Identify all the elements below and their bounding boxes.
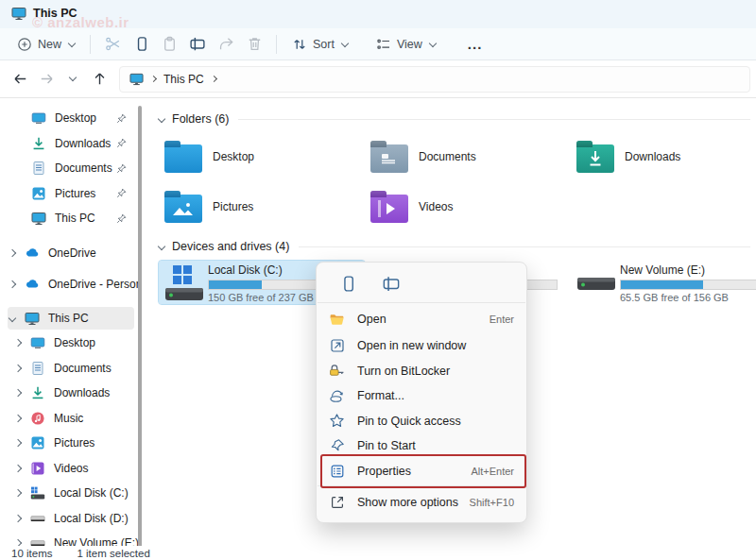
new-label: New: [38, 38, 61, 51]
this-pc-monitor-icon: [11, 6, 26, 21]
paste-button[interactable]: [155, 32, 183, 57]
drive-c-icon: [30, 485, 45, 501]
folder-tile-videos[interactable]: Videos: [365, 186, 571, 228]
menu-item-open-new-window[interactable]: Open in new window: [317, 333, 526, 359]
sidebar-item-pc-desktop[interactable]: Desktop: [0, 331, 142, 356]
chevron-down-icon: [158, 243, 165, 250]
divider: [238, 119, 750, 120]
menu-item-properties[interactable]: Properties Alt+Enter: [317, 459, 526, 484]
forward-button[interactable]: [34, 67, 59, 92]
divider: [90, 35, 91, 54]
navigation-bar: This PC: [0, 60, 756, 98]
folders-section-title: Folders (6): [172, 112, 229, 126]
title-bar: This PC © anzalweb.ir: [0, 0, 756, 28]
divider: [299, 246, 750, 247]
sidebar-item-desktop[interactable]: Desktop: [0, 106, 142, 131]
pin-icon: [116, 138, 127, 148]
bitlocker-lock-icon: [329, 363, 345, 379]
pin-icon: [116, 113, 127, 124]
folder-tile-desktop[interactable]: Desktop: [159, 136, 365, 178]
new-button[interactable]: New: [9, 33, 82, 56]
view-button[interactable]: View: [369, 33, 443, 56]
document-icon: [30, 361, 45, 376]
folder-tile-pictures[interactable]: Pictures: [159, 186, 365, 228]
desktop-icon: [31, 110, 46, 126]
document-icon: [31, 161, 46, 176]
menu-separator: [318, 485, 525, 486]
drive-tile-new-volume-e[interactable]: New Volume (E:) 65.5 GB free of 156 GB: [571, 261, 756, 304]
sidebar-item-downloads[interactable]: Downloads: [0, 131, 142, 157]
folders-section-header[interactable]: Folders (6): [159, 110, 750, 128]
sidebar-item-pictures[interactable]: Pictures: [0, 181, 142, 207]
copy-button[interactable]: [127, 32, 155, 57]
onedrive-cloud-icon: [25, 277, 40, 292]
chevron-down-icon: [9, 314, 16, 322]
menu-item-format[interactable]: Format...: [317, 383, 526, 409]
menu-item-pin-to-start[interactable]: Pin to Start: [317, 433, 526, 459]
documents-folder-icon: [370, 144, 408, 173]
folder-tile-documents[interactable]: Documents: [365, 136, 571, 178]
download-icon: [31, 136, 46, 151]
command-toolbar: New Sort View ...: [0, 28, 756, 60]
sidebar-item-this-pc[interactable]: This PC: [0, 306, 142, 331]
sidebar-scrollbar[interactable]: [138, 106, 142, 551]
sort-button[interactable]: Sort: [284, 33, 355, 56]
drives-section-header[interactable]: Devices and drives (4): [159, 237, 750, 256]
rename-button[interactable]: [183, 32, 212, 57]
sidebar-item-onedrive[interactable]: OneDrive: [0, 238, 142, 269]
sidebar-item-pc-pictures[interactable]: Pictures: [0, 431, 142, 456]
folder-tile-downloads[interactable]: Downloads: [571, 136, 756, 178]
divider: [276, 35, 277, 54]
drives-section-title: Devices and drives (4): [172, 240, 289, 253]
chevron-right-icon: [14, 439, 22, 447]
menu-item-pin-to-quick-access[interactable]: Pin to Quick access: [317, 409, 526, 434]
this-pc-monitor-icon: [31, 211, 46, 226]
sidebar-item-pc-music[interactable]: Music: [0, 406, 142, 432]
menu-item-turn-on-bitlocker[interactable]: Turn on BitLocker: [317, 359, 526, 384]
address-bar[interactable]: This PC: [119, 66, 750, 93]
show-more-options-icon: [329, 495, 345, 511]
pin-icon: [116, 188, 127, 198]
sidebar-item-onedrive-personal[interactable]: OneDrive - Personal: [0, 269, 142, 300]
pin-icon: [329, 438, 345, 454]
spacer: [0, 231, 142, 238]
recent-locations-chevron[interactable]: [60, 67, 85, 92]
cut-button[interactable]: [98, 32, 127, 57]
pictures-folder-icon: [164, 195, 202, 223]
sidebar-item-pc-videos[interactable]: Videos: [0, 456, 142, 482]
navigation-pane: Desktop Downloads Documents Pictures: [0, 98, 142, 546]
new-window-icon: [329, 338, 345, 354]
context-menu: Open Enter Open in new window Turn on Bi…: [316, 262, 527, 523]
chevron-down-icon: [68, 39, 76, 46]
sidebar-item-pc-downloads[interactable]: Downloads: [0, 381, 142, 406]
chevron-right-icon: [14, 365, 22, 372]
menu-item-show-more-options[interactable]: Show more options Shift+F10: [317, 488, 526, 517]
share-button[interactable]: [212, 32, 240, 57]
chevron-right-icon: [14, 339, 22, 347]
back-button[interactable]: [8, 67, 32, 92]
sidebar-item-pc-documents[interactable]: Documents: [0, 356, 142, 382]
format-disk-icon: [329, 388, 345, 404]
sidebar-item-pc-local-disk-d[interactable]: Local Disk (D:): [0, 506, 142, 532]
up-button[interactable]: [87, 67, 112, 92]
onedrive-cloud-icon: [25, 246, 40, 261]
view-list-icon: [376, 37, 391, 52]
downloads-folder-icon: [576, 144, 614, 173]
copy-icon[interactable]: [339, 275, 357, 293]
music-icon: [30, 411, 45, 426]
sort-label: Sort: [313, 38, 335, 51]
sidebar-item-pc-new-volume-e[interactable]: New Volume (E:): [0, 531, 142, 546]
more-options-button[interactable]: ...: [458, 36, 492, 52]
sidebar-item-this-pc-pinned[interactable]: This PC: [0, 206, 142, 231]
delete-button[interactable]: [240, 32, 268, 57]
chevron-right-icon: [9, 249, 16, 257]
plus-circle-icon: [17, 37, 32, 52]
drive-icon: [30, 535, 45, 546]
breadcrumb-chevron-icon: [150, 76, 157, 82]
breadcrumb-this-pc[interactable]: This PC: [163, 73, 204, 86]
menu-item-open[interactable]: Open Enter: [317, 305, 526, 333]
sidebar-item-pc-local-disk-c[interactable]: Local Disk (C:): [0, 481, 142, 506]
rename-icon[interactable]: [382, 275, 401, 293]
sidebar-item-documents[interactable]: Documents: [0, 156, 142, 181]
chevron-right-icon: [9, 280, 16, 288]
